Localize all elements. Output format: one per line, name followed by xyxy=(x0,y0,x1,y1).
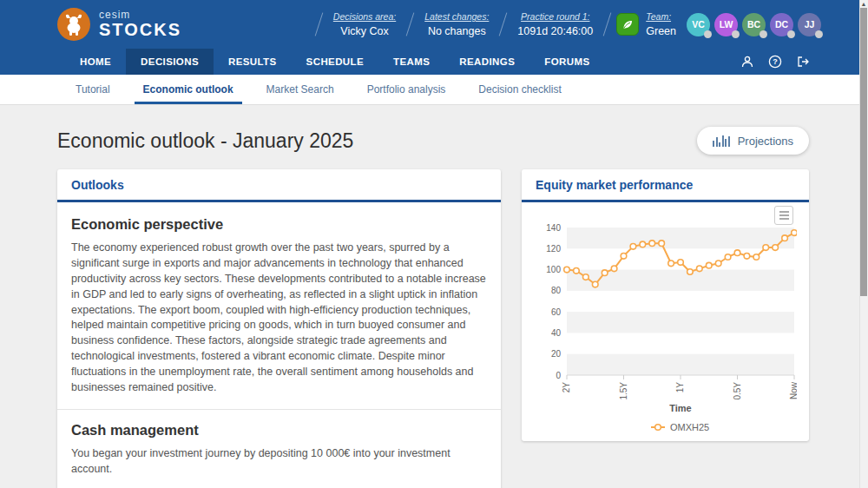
main-nav: HOME DECISIONS RESULTS SCHEDULE TEAMS RE… xyxy=(0,49,868,75)
profile-icon[interactable] xyxy=(740,55,754,69)
avatar-initials: LW xyxy=(720,19,733,30)
team-name: Green xyxy=(646,25,676,37)
scrollbar-thumb[interactable] xyxy=(860,8,867,296)
economic-perspective-heading: Economic perspective xyxy=(71,216,487,233)
status-dot xyxy=(732,30,740,38)
latest-changes-value: No changes xyxy=(424,25,489,37)
nav-decisions[interactable]: DECISIONS xyxy=(126,49,214,75)
svg-text:1Y: 1Y xyxy=(675,382,685,393)
team-block: Team: Green xyxy=(613,11,683,37)
equity-chart: 0204060801001201402Y1.5Y1Y0.5YNowTimeOMX… xyxy=(522,202,809,441)
svg-text:0.5Y: 0.5Y xyxy=(733,382,742,400)
equity-card-title: Equity market performance xyxy=(522,169,809,202)
svg-text:2Y: 2Y xyxy=(562,382,571,393)
svg-text:0: 0 xyxy=(556,371,561,380)
divider xyxy=(406,13,415,36)
svg-text:100: 100 xyxy=(546,265,561,274)
brand-logo[interactable]: cesim STOCKS xyxy=(57,8,181,41)
cesim-bull-logo-icon xyxy=(57,8,90,41)
subnav-decision-checklist[interactable]: Decision checklist xyxy=(468,75,571,104)
nav-readings[interactable]: READINGS xyxy=(444,49,529,75)
logout-icon[interactable] xyxy=(796,55,811,69)
page-title: Economic outlook - January 2025 xyxy=(57,129,353,153)
nav-results[interactable]: RESULTS xyxy=(214,49,292,75)
nav-schedule[interactable]: SCHEDULE xyxy=(292,49,378,75)
chart-context-menu-icon[interactable] xyxy=(774,206,793,225)
equity-performance-card: Equity market performance 02040608010012… xyxy=(522,169,809,441)
avatar-initials: JJ xyxy=(805,19,815,30)
status-dot xyxy=(787,30,795,38)
sub-nav: Tutorial Economic outlook Market Search … xyxy=(0,75,868,105)
avatar-bc[interactable]: BC xyxy=(742,13,766,36)
nav-teams[interactable]: TEAMS xyxy=(378,49,444,75)
page-content: Economic outlook - January 2025 Projecti… xyxy=(0,127,868,488)
divider xyxy=(499,13,508,36)
team-avatars: VC LW BC DC JJ xyxy=(687,13,821,36)
latest-changes-info: Latest changes: No changes xyxy=(416,11,497,37)
nav-forums[interactable]: FORUMS xyxy=(529,49,604,75)
team-leaf-icon xyxy=(616,13,639,36)
decisions-area-value: Vicky Cox xyxy=(333,25,396,37)
economic-perspective-text: The economy experienced robust growth ov… xyxy=(71,241,487,396)
bar-chart-icon xyxy=(713,135,730,147)
decisions-area-label: Decisions area: xyxy=(333,11,396,22)
avatar-initials: VC xyxy=(692,19,705,30)
subnav-economic-outlook[interactable]: Economic outlook xyxy=(133,75,244,104)
scrollbar-track[interactable]: ▲ xyxy=(859,0,868,488)
avatar-initials: DC xyxy=(775,19,788,30)
projections-label: Projections xyxy=(738,135,793,148)
equity-line-chart: 0204060801001201402Y1.5Y1Y0.5YNowTimeOMX… xyxy=(534,205,797,438)
divider xyxy=(315,13,324,36)
outlooks-card-title: Outlooks xyxy=(57,169,501,202)
app-window: cesim STOCKS Decisions area: Vicky Cox L… xyxy=(0,0,868,488)
team-label: Team: xyxy=(646,11,676,22)
avatar-lw[interactable]: LW xyxy=(714,13,738,36)
status-dot xyxy=(760,30,767,38)
brand-wordmark: cesim STOCKS xyxy=(99,10,181,39)
svg-text:40: 40 xyxy=(551,328,562,338)
svg-text:80: 80 xyxy=(551,286,562,295)
help-icon[interactable]: ? xyxy=(768,55,782,69)
scrollbar-up-arrow[interactable]: ▲ xyxy=(860,0,867,8)
header-status-area: Decisions area: Vicky Cox Latest changes… xyxy=(313,11,821,37)
brand-product: STOCKS xyxy=(99,20,181,39)
section-divider xyxy=(57,409,501,410)
svg-text:140: 140 xyxy=(546,223,561,233)
subnav-market-search[interactable]: Market Search xyxy=(256,75,345,104)
status-dot xyxy=(704,30,712,38)
svg-text:Time: Time xyxy=(669,403,691,413)
practice-round-timer: 1091d 20:46:00 xyxy=(517,25,593,37)
app-header: cesim STOCKS Decisions area: Vicky Cox L… xyxy=(0,0,868,49)
svg-text:OMXH25: OMXH25 xyxy=(670,422,709,432)
practice-round-info: Practice round 1: 1091d 20:46:00 xyxy=(509,11,602,37)
outlooks-card: Outlooks Economic perspective The econom… xyxy=(57,169,501,488)
latest-changes-label: Latest changes: xyxy=(424,11,489,22)
decisions-area-info: Decisions area: Vicky Cox xyxy=(325,11,404,37)
divider xyxy=(603,13,612,36)
avatar-vc[interactable]: VC xyxy=(687,13,710,36)
avatar-dc[interactable]: DC xyxy=(770,13,793,36)
svg-text:60: 60 xyxy=(551,307,562,317)
svg-text:?: ? xyxy=(773,57,778,66)
projections-button[interactable]: Projections xyxy=(697,127,809,155)
cash-management-text: You began your investment journey by dep… xyxy=(71,446,487,478)
avatar-jj[interactable]: JJ xyxy=(798,13,821,36)
avatar-initials: BC xyxy=(747,19,760,30)
subnav-tutorial[interactable]: Tutorial xyxy=(65,75,121,104)
status-dot xyxy=(815,30,823,38)
svg-text:20: 20 xyxy=(551,349,562,359)
svg-text:1.5Y: 1.5Y xyxy=(619,382,628,400)
svg-text:Now: Now xyxy=(789,381,797,399)
cash-management-heading: Cash management xyxy=(71,422,487,439)
svg-text:120: 120 xyxy=(546,244,561,254)
brand-cesim: cesim xyxy=(99,10,181,20)
nav-home[interactable]: HOME xyxy=(65,49,126,75)
subnav-portfolio-analysis[interactable]: Portfolio analysis xyxy=(357,75,457,104)
practice-round-label: Practice round 1: xyxy=(517,11,593,22)
